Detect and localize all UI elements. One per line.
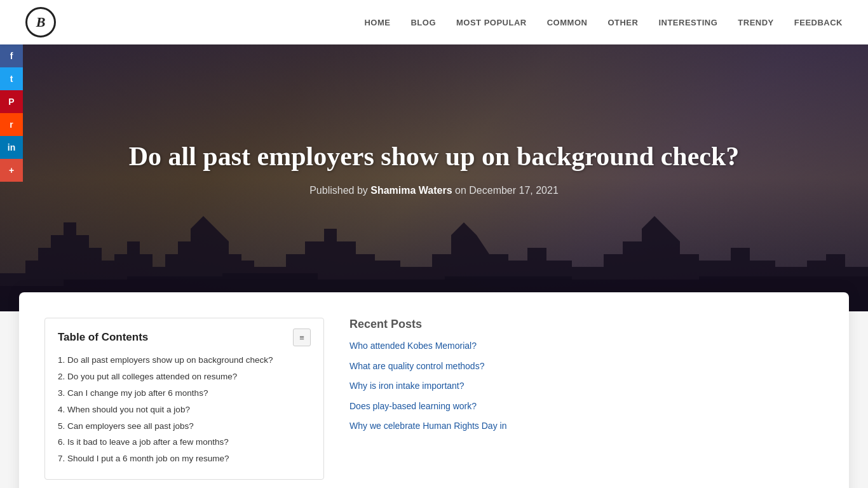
article-meta: Published by Shamima Waters on December … (129, 185, 740, 196)
toc-box: Table of Contents ≡ 1. Do all past emplo… (44, 318, 324, 480)
toc-item: 3. Can I change my job after 6 months? (58, 387, 311, 400)
nav-common[interactable]: COMMON (547, 18, 588, 27)
nav-home[interactable]: HOME (364, 18, 390, 27)
toc-link-7[interactable]: 7. Should I put a 6 month job on my resu… (58, 454, 229, 463)
toc-toggle-button[interactable]: ≡ (293, 329, 311, 346)
author-name: Shamima Waters (370, 185, 452, 196)
toc-title: Table of Contents (58, 331, 148, 344)
meta-prefix: Published by (309, 185, 370, 196)
navbar: B HOME BLOG MOST POPULAR COMMON OTHER IN… (0, 0, 868, 44)
toc-link-5[interactable]: 5. Can employers see all past jobs? (58, 421, 194, 431)
toc-item: 5. Can employers see all past jobs? (58, 420, 311, 433)
meta-suffix: on December 17, 2021 (452, 185, 559, 196)
nav-links: HOME BLOG MOST POPULAR COMMON OTHER INTE… (364, 17, 843, 28)
twitter-share-button[interactable]: t (0, 67, 23, 90)
recent-posts-title: Recent Posts (349, 318, 830, 331)
pinterest-share-button[interactable]: P (0, 90, 23, 113)
recent-post-5[interactable]: Why we celebrate Human Rights Day in (349, 420, 830, 433)
toc-item: 7. Should I put a 6 month job on my resu… (58, 452, 311, 465)
content-wrapper: Table of Contents ≡ 1. Do all past emplo… (19, 292, 849, 488)
recent-post-1[interactable]: Who attended Kobes Memorial? (349, 340, 830, 353)
googleplus-share-button[interactable]: + (0, 159, 23, 182)
recent-post-2[interactable]: What are quality control methods? (349, 360, 830, 373)
toc-item: 2. Do you put all colleges attended on r… (58, 370, 311, 383)
sidebar: Recent Posts Who attended Kobes Memorial… (349, 318, 830, 480)
nav-feedback[interactable]: FEEDBACK (794, 18, 843, 27)
nav-blog[interactable]: BLOG (410, 18, 436, 27)
toc-link-1[interactable]: 1. Do all past employers show up on back… (58, 355, 273, 365)
toc-item: 4. When should you not quit a job? (58, 403, 311, 416)
toc-item: 6. Is it bad to leave a job after a few … (58, 436, 311, 449)
toc-link-4[interactable]: 4. When should you not quit a job? (58, 405, 190, 414)
toc-item: 1. Do all past employers show up on back… (58, 354, 311, 367)
social-sidebar: f t P r in + (0, 44, 23, 182)
article-title: Do all past employers show up on backgro… (129, 140, 740, 172)
toc-link-3[interactable]: 3. Can I change my job after 6 months? (58, 388, 208, 398)
site-logo[interactable]: B (25, 7, 56, 37)
nav-trendy[interactable]: TRENDY (738, 18, 773, 27)
facebook-share-button[interactable]: f (0, 44, 23, 67)
toc-link-6[interactable]: 6. Is it bad to leave a job after a few … (58, 437, 229, 447)
toc-header: Table of Contents ≡ (58, 329, 311, 346)
recent-post-4[interactable]: Does play-based learning work? (349, 400, 830, 413)
hero-content: Do all past employers show up on backgro… (78, 140, 790, 196)
nav-interesting[interactable]: INTERESTING (658, 18, 717, 27)
nav-most-popular[interactable]: MOST POPULAR (456, 18, 527, 27)
linkedin-share-button[interactable]: in (0, 136, 23, 159)
toc-list: 1. Do all past employers show up on back… (58, 354, 311, 465)
toc-link-2[interactable]: 2. Do you put all colleges attended on r… (58, 372, 237, 381)
nav-other[interactable]: OTHER (607, 18, 638, 27)
reddit-share-button[interactable]: r (0, 113, 23, 136)
hero-section: Do all past employers show up on backgro… (0, 44, 868, 311)
toc-container: Table of Contents ≡ 1. Do all past emplo… (44, 318, 324, 480)
recent-post-3[interactable]: Why is iron intake important? (349, 380, 830, 393)
